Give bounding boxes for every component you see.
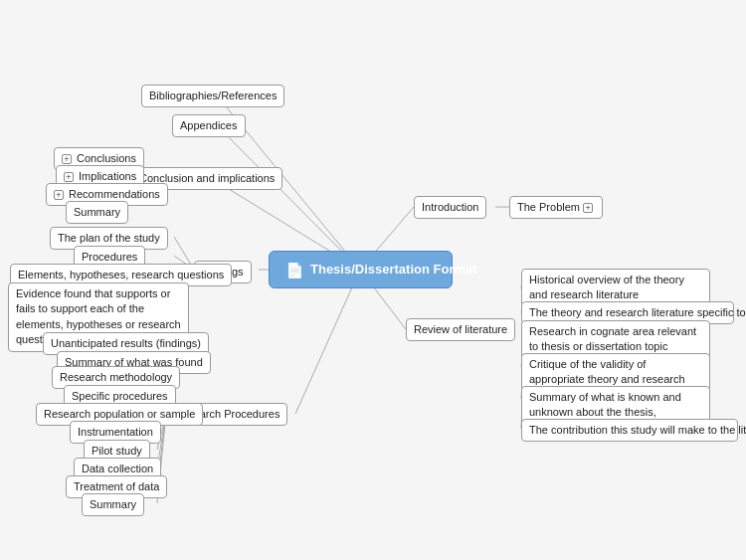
research-pop-label: Research population or sample: [44, 408, 195, 420]
summary1-label: Summary: [74, 206, 120, 218]
summary1-node: Summary: [66, 201, 128, 224]
the-problem-label: The Problem: [517, 201, 580, 213]
recommendations-label: Recommendations: [69, 188, 160, 200]
instrumentation-label: Instrumentation: [78, 426, 153, 438]
bibliographies-label: Bibliographies/References: [149, 90, 277, 101]
treatment-data-label: Treatment of data: [74, 480, 159, 492]
the-problem-expand[interactable]: +: [583, 203, 593, 213]
svg-line-1: [217, 125, 360, 270]
recommendations-expand[interactable]: +: [54, 190, 64, 200]
contribution-node: The contribution this study will make to…: [521, 419, 738, 442]
conclusions-label: Conclusions: [77, 152, 136, 164]
conclusions-expand[interactable]: +: [62, 154, 72, 164]
review-lit-label: Review of literature: [414, 323, 507, 335]
unanticipated-label: Unanticipated results (findings): [51, 337, 201, 349]
center-node: 📄 Thesis/Dissertation Format: [269, 251, 453, 288]
implications-expand[interactable]: +: [64, 172, 74, 182]
appendices-label: Appendices: [180, 119, 238, 131]
elements-label: Elements, hypotheses, research questions: [18, 269, 224, 280]
implications-label: Implications: [79, 170, 136, 182]
appendices-node: Appendices: [172, 114, 246, 137]
center-label: Thesis/Dissertation Format: [310, 261, 477, 279]
contribution-label: The contribution this study will make to…: [529, 424, 746, 436]
summary2-node: Summary: [82, 493, 144, 516]
pilot-study-label: Pilot study: [92, 445, 142, 457]
research-meth-label: Research methodology: [60, 371, 172, 383]
procedures1-label: Procedures: [82, 251, 137, 263]
introduction-node: Introduction: [414, 196, 486, 219]
research-cognate-label: Research in cognate area relevant to the…: [529, 325, 696, 352]
review-lit-node: Review of literature: [406, 318, 515, 341]
specific-proc-label: Specific procedures: [72, 390, 168, 402]
doc-icon: 📄: [285, 260, 304, 280]
plan-study-label: The plan of the study: [58, 232, 160, 244]
data-collection-label: Data collection: [82, 463, 153, 474]
historical-label: Historical overview of the theory and re…: [529, 274, 684, 300]
introduction-label: Introduction: [422, 201, 478, 213]
bibliographies-node: Bibliographies/References: [141, 85, 284, 107]
summary2-label: Summary: [90, 498, 136, 510]
the-problem-node: The Problem +: [509, 196, 603, 219]
theory-research-label: The theory and research literature speci…: [529, 306, 746, 318]
svg-line-23: [295, 270, 360, 414]
